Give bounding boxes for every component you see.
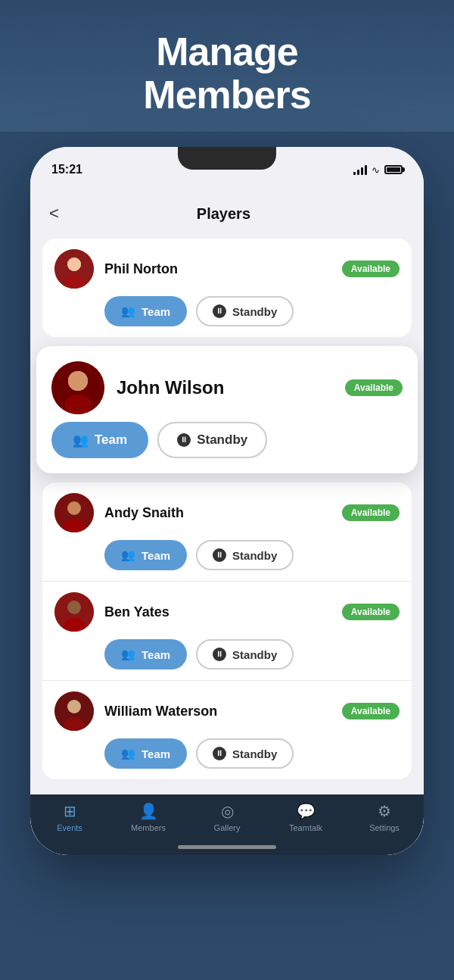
- home-indicator: [178, 845, 276, 849]
- team-icon: 👥: [121, 648, 135, 661]
- status-icons: ∿: [353, 164, 403, 176]
- avatar: [51, 361, 104, 414]
- signal-icon: [353, 164, 367, 175]
- svg-point-7: [68, 371, 88, 391]
- standby-button[interactable]: Standby: [196, 296, 294, 326]
- pause-icon: [213, 747, 226, 760]
- tab-events[interactable]: ⊞ Events: [30, 802, 109, 832]
- player-name: William Waterson: [104, 704, 342, 719]
- pause-icon: [177, 433, 191, 447]
- gallery-icon: ◎: [221, 802, 234, 820]
- svg-point-3: [67, 257, 81, 271]
- standby-button[interactable]: Standby: [196, 540, 294, 570]
- player-item: Phil Norton Available 👥 Team Standby: [42, 239, 412, 337]
- player-item: Andy Snaith Available 👥 Team Standby: [42, 482, 412, 582]
- tab-label-members: Members: [131, 823, 166, 832]
- app-content: < Players Phil Norton Avail: [30, 192, 424, 840]
- players-list-2: Andy Snaith Available 👥 Team Standby: [42, 482, 412, 779]
- team-icon: 👥: [121, 548, 135, 562]
- standby-button[interactable]: Standby: [196, 738, 294, 769]
- wifi-icon: ∿: [372, 164, 380, 176]
- team-icon: 👥: [121, 304, 135, 318]
- team-icon: 👥: [73, 432, 89, 448]
- status-bar: 15:21 ∿: [30, 147, 424, 192]
- player-name: Ben Yates: [104, 604, 342, 620]
- team-icon: 👥: [121, 747, 135, 760]
- player-name: Andy Snaith: [104, 505, 342, 521]
- tab-gallery[interactable]: ◎ Gallery: [188, 802, 266, 832]
- status-badge: Available: [342, 604, 400, 620]
- tab-teamtalk[interactable]: 💬 Teamtalk: [266, 802, 345, 832]
- teamtalk-icon: 💬: [297, 802, 316, 820]
- player-actions: 👥 Team Standby: [104, 639, 400, 669]
- player-actions: 👥 Team Standby: [104, 296, 400, 326]
- player-item: William Waterson Available 👥 Team Standb…: [42, 681, 412, 779]
- player-actions: 👥 Team Standby: [104, 738, 400, 769]
- avatar: [54, 249, 94, 289]
- notch: [178, 147, 276, 170]
- team-button[interactable]: 👥 Team: [104, 639, 187, 669]
- team-button[interactable]: 👥 Team: [104, 296, 187, 326]
- svg-point-9: [67, 501, 81, 515]
- tab-members[interactable]: 👤 Members: [109, 802, 188, 832]
- featured-standby-button[interactable]: Standby: [157, 422, 267, 458]
- battery-icon: [384, 165, 403, 174]
- player-item: Ben Yates Available 👥 Team Standby: [42, 582, 412, 681]
- featured-card: John Wilson Available 👥 Team Standby: [36, 346, 418, 473]
- tab-label-events: Events: [57, 823, 82, 832]
- page-title: Players: [63, 205, 384, 223]
- pause-icon: [213, 548, 226, 562]
- avatar: [54, 592, 94, 632]
- tab-bar: ⊞ Events 👤 Members ◎ Gallery 💬 Teamtalk …: [30, 794, 424, 855]
- tab-label-gallery: Gallery: [214, 823, 241, 832]
- avatar: [54, 691, 94, 731]
- nav-bar: < Players: [30, 192, 424, 239]
- hero-title: Manage Members: [15, 30, 439, 117]
- avatar: [54, 493, 94, 532]
- standby-button[interactable]: Standby: [196, 639, 294, 669]
- featured-status-badge: Available: [345, 379, 403, 396]
- svg-point-15: [67, 700, 81, 713]
- status-badge: Available: [342, 504, 400, 521]
- svg-point-12: [67, 601, 81, 614]
- phone-frame: 15:21 ∿ < Players: [30, 147, 424, 855]
- featured-team-button[interactable]: 👥 Team: [51, 422, 148, 458]
- player-name: Phil Norton: [104, 261, 342, 277]
- tab-label-settings: Settings: [369, 823, 400, 832]
- player-actions: 👥 Team Standby: [104, 540, 400, 570]
- pause-icon: [213, 304, 226, 318]
- settings-icon: ⚙: [378, 802, 391, 820]
- status-badge: Available: [342, 261, 400, 277]
- hero-section: Manage Members: [0, 0, 454, 132]
- featured-player-name: John Wilson: [117, 377, 345, 398]
- team-button[interactable]: 👥 Team: [104, 540, 187, 570]
- featured-player-actions: 👥 Team Standby: [51, 422, 403, 458]
- events-icon: ⊞: [64, 802, 76, 820]
- players-list: Phil Norton Available 👥 Team Standby: [42, 239, 412, 337]
- team-button[interactable]: 👥 Team: [104, 738, 187, 769]
- tab-label-teamtalk: Teamtalk: [289, 823, 322, 832]
- members-icon: 👤: [139, 802, 158, 820]
- status-badge: Available: [342, 703, 400, 719]
- pause-icon: [213, 648, 226, 661]
- tab-settings[interactable]: ⚙ Settings: [345, 802, 424, 832]
- back-button[interactable]: <: [45, 200, 63, 227]
- status-time: 15:21: [51, 163, 82, 176]
